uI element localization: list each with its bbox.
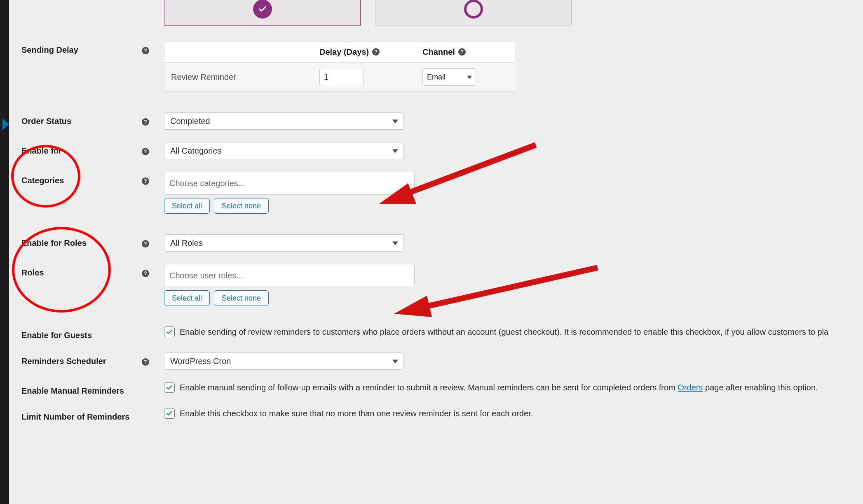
enable-for-roles-select[interactable]: All Roles [164, 234, 404, 252]
sending-delay-table: Delay (Days) ? Channel ? Review Reminder [164, 41, 515, 92]
table-row-name: Review Reminder [171, 72, 319, 82]
limit-reminders-checkbox-label: Enable this checkbox to make sure that n… [180, 409, 533, 418]
roles-select-none-button[interactable]: Select none [214, 290, 269, 306]
table-header-channel: Channel [422, 47, 455, 57]
label-roles: Roles [21, 268, 44, 277]
categories-multiselect[interactable]: Choose categories... [164, 172, 415, 195]
help-icon[interactable]: ? [142, 148, 149, 155]
manual-reminders-checkbox[interactable] [164, 382, 175, 393]
label-sending-delay: Sending Delay [21, 45, 78, 54]
help-icon[interactable]: ? [142, 118, 149, 126]
manual-reminders-checkbox-label: Enable manual sending of follow-up email… [180, 383, 818, 392]
guests-checkbox[interactable] [164, 327, 175, 337]
wp-active-menu-arrow-icon [2, 119, 9, 130]
channel-select[interactable]: Email [422, 68, 476, 86]
roles-multiselect[interactable]: Choose user roles... [164, 264, 415, 287]
label-enable-for: Enable for [21, 146, 62, 155]
guests-checkbox-label: Enable sending of review reminders to cu… [180, 327, 828, 337]
help-icon[interactable]: ? [142, 47, 149, 54]
table-header-delay: Delay (Days) [319, 47, 369, 57]
label-order-status: Order Status [21, 117, 71, 126]
label-limit-number: Limit Number of Reminders [21, 412, 129, 421]
help-icon[interactable]: ? [142, 240, 149, 247]
orders-link[interactable]: Orders [678, 383, 703, 392]
label-enable-manual-reminders: Enable Manual Reminders [21, 386, 124, 395]
categories-select-none-button[interactable]: Select none [214, 198, 269, 214]
label-reminders-scheduler: Reminders Scheduler [21, 357, 106, 366]
limit-reminders-checkbox[interactable] [164, 408, 175, 419]
order-status-select[interactable]: Completed [164, 112, 404, 130]
categories-placeholder: Choose categories... [169, 179, 245, 188]
help-icon[interactable]: ? [372, 48, 380, 56]
wp-admin-sidebar [0, 0, 9, 504]
enable-for-select[interactable]: All Categories [164, 142, 404, 159]
delay-days-input[interactable] [319, 68, 364, 86]
categories-select-all-button[interactable]: Select all [164, 198, 210, 214]
roles-select-all-button[interactable]: Select all [164, 290, 210, 306]
help-icon[interactable]: ? [142, 270, 149, 277]
help-icon[interactable]: ? [142, 177, 149, 185]
help-icon[interactable]: ? [458, 48, 466, 56]
help-icon[interactable]: ? [142, 358, 149, 366]
label-categories: Categories [21, 176, 64, 185]
reminders-scheduler-select[interactable]: WordPress Cron [164, 352, 404, 370]
roles-placeholder: Choose user roles... [169, 271, 243, 280]
label-enable-for-guests: Enable for Guests [21, 331, 92, 340]
label-enable-for-roles: Enable for Roles [21, 238, 87, 247]
